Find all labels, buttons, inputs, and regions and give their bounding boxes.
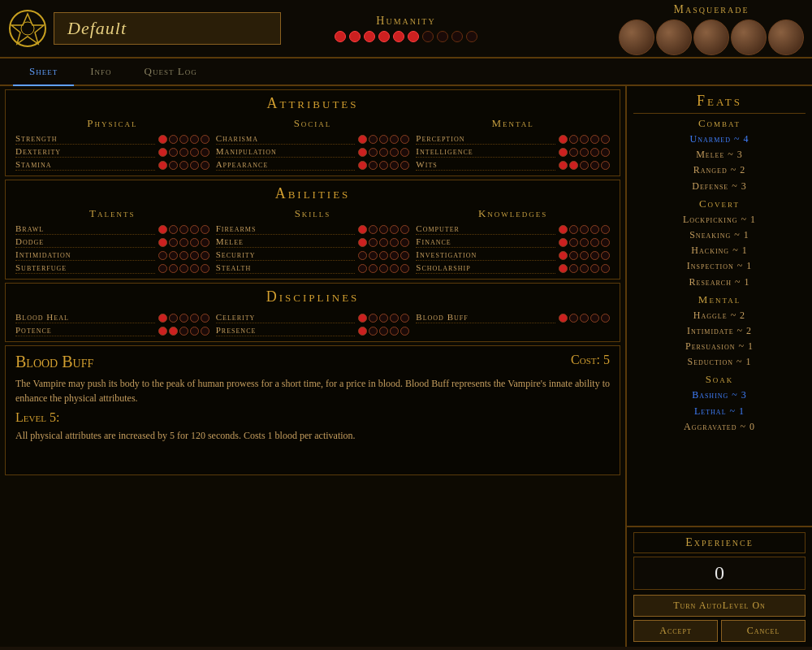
sdot[interactable] [169, 161, 178, 170]
sdot[interactable] [569, 264, 578, 273]
masquerade-face-4[interactable] [731, 20, 767, 55]
sdot[interactable] [201, 135, 209, 144]
sdot[interactable] [369, 314, 378, 323]
sdot[interactable] [601, 264, 610, 273]
sdot[interactable] [158, 238, 167, 247]
sdot[interactable] [358, 225, 367, 234]
sdot[interactable] [580, 264, 589, 273]
sdot[interactable] [158, 327, 167, 336]
sdot[interactable] [369, 264, 378, 273]
masquerade-face-5[interactable] [768, 20, 804, 55]
sdot[interactable] [190, 225, 199, 234]
sdot[interactable] [358, 251, 367, 260]
feat-inspection[interactable]: Inspection ~ 1 [633, 258, 806, 274]
sdot[interactable] [169, 314, 178, 323]
sdot[interactable] [201, 225, 209, 234]
sdot[interactable] [179, 264, 188, 273]
sdot[interactable] [169, 135, 178, 144]
sdot[interactable] [179, 225, 188, 234]
sdot[interactable] [369, 135, 378, 144]
sdot[interactable] [400, 238, 409, 247]
humanity-dot-2[interactable] [349, 31, 361, 42]
sdot[interactable] [569, 135, 578, 144]
sdot[interactable] [379, 148, 388, 157]
feat-lethal[interactable]: Lethal ~ 1 [633, 404, 806, 419]
sdot[interactable] [580, 225, 589, 234]
sdot[interactable] [400, 251, 409, 260]
sdot[interactable] [569, 314, 578, 323]
sdot[interactable] [158, 314, 167, 323]
sdot[interactable] [358, 135, 367, 144]
sdot[interactable] [580, 238, 589, 247]
feat-ranged[interactable]: Ranged ~ 2 [633, 162, 806, 178]
sdot[interactable] [559, 264, 568, 273]
sdot[interactable] [590, 135, 599, 144]
sdot[interactable] [569, 251, 578, 260]
sdot[interactable] [559, 148, 568, 157]
sdot[interactable] [190, 314, 199, 323]
sdot[interactable] [179, 314, 188, 323]
sdot[interactable] [179, 238, 188, 247]
sdot[interactable] [179, 251, 188, 260]
feat-unarmed[interactable]: Unarmed ~ 4 [633, 132, 806, 147]
humanity-dot-3[interactable] [364, 31, 375, 42]
sdot[interactable] [190, 264, 199, 273]
sdot[interactable] [169, 327, 178, 336]
sdot[interactable] [358, 148, 367, 157]
feat-defense[interactable]: Defense ~ 3 [633, 179, 806, 194]
sdot[interactable] [400, 314, 409, 323]
sdot[interactable] [400, 225, 409, 234]
sdot[interactable] [379, 135, 388, 144]
feat-seduction[interactable]: Seduction ~ 1 [633, 354, 806, 370]
sdot[interactable] [201, 264, 209, 273]
feat-bashing[interactable]: Bashing ~ 3 [633, 388, 806, 403]
sdot[interactable] [369, 225, 378, 234]
sdot[interactable] [201, 238, 209, 247]
humanity-dot-4[interactable] [378, 31, 390, 42]
sdot[interactable] [569, 225, 578, 234]
feat-melee[interactable]: Melee ~ 3 [633, 147, 806, 162]
feat-sneaking[interactable]: Sneaking ~ 1 [633, 228, 806, 243]
masquerade-face-2[interactable] [656, 20, 692, 55]
sdot[interactable] [601, 314, 610, 323]
sdot[interactable] [390, 327, 399, 336]
masquerade-face-3[interactable] [693, 20, 729, 55]
sdot[interactable] [179, 161, 188, 170]
sdot[interactable] [179, 327, 188, 336]
sdot[interactable] [369, 161, 378, 170]
humanity-dot-9[interactable] [451, 31, 463, 42]
sdot[interactable] [201, 327, 209, 336]
sdot[interactable] [601, 238, 610, 247]
sdot[interactable] [390, 161, 399, 170]
sdot[interactable] [190, 238, 199, 247]
sdot[interactable] [169, 251, 178, 260]
sdot[interactable] [201, 314, 209, 323]
sdot[interactable] [190, 148, 199, 157]
humanity-dot-10[interactable] [466, 31, 477, 42]
sdot[interactable] [590, 148, 599, 157]
sdot[interactable] [590, 314, 599, 323]
sdot[interactable] [390, 314, 399, 323]
feat-intimidate[interactable]: Intimidate ~ 2 [633, 323, 806, 339]
humanity-dot-6[interactable] [408, 31, 419, 42]
sdot[interactable] [358, 161, 367, 170]
sdot[interactable] [569, 161, 578, 170]
sdot[interactable] [379, 225, 388, 234]
sdot[interactable] [390, 238, 399, 247]
sdot[interactable] [580, 135, 589, 144]
accept-button[interactable]: Accept [633, 620, 718, 642]
sdot[interactable] [390, 264, 399, 273]
sdot[interactable] [201, 251, 209, 260]
feat-research[interactable]: Research ~ 1 [633, 275, 806, 290]
tab-sheet[interactable]: Sheet [13, 58, 74, 86]
sdot[interactable] [400, 135, 409, 144]
masquerade-face-1[interactable] [619, 20, 654, 55]
sdot[interactable] [201, 148, 209, 157]
sdot[interactable] [379, 161, 388, 170]
sdot[interactable] [601, 161, 610, 170]
sdot[interactable] [358, 327, 367, 336]
feat-hacking[interactable]: Hacking ~ 1 [633, 243, 806, 258]
sdot[interactable] [379, 327, 388, 336]
sdot[interactable] [190, 251, 199, 260]
sdot[interactable] [158, 225, 167, 234]
